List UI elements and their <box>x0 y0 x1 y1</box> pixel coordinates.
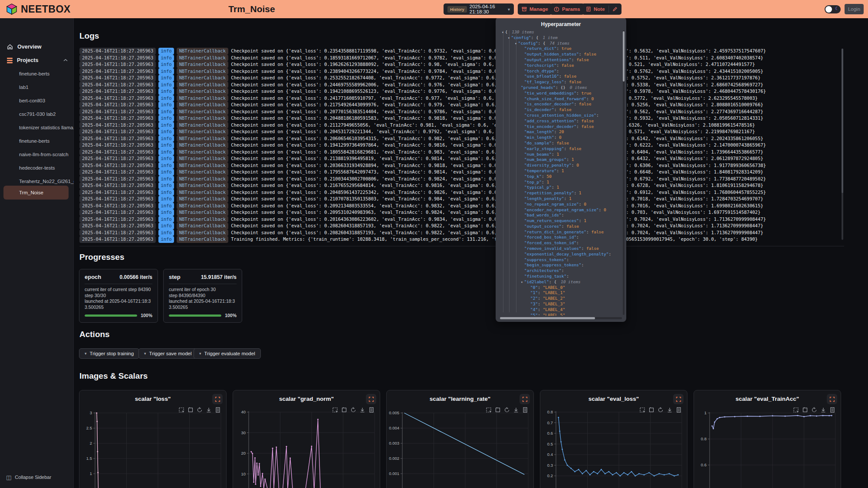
progress-detail: step 30/30 <box>85 293 152 299</box>
download-icon[interactable] <box>667 407 673 413</box>
logs-scrollbar-thumb[interactable] <box>842 49 843 193</box>
theme-toggle[interactable]: ☾ <box>825 5 841 13</box>
restore-icon[interactable] <box>504 407 510 413</box>
restore-icon[interactable] <box>197 407 203 413</box>
log-tag-badge: NBTrainerCallback <box>177 203 228 210</box>
hyperparameter-line: "torch_dtype": <box>500 69 621 74</box>
json-punctuation: : <box>576 91 581 95</box>
log-tag-badge: NBTrainerCallback <box>177 68 228 75</box>
chart-plot[interactable]: 32.521.51 <box>79 390 227 488</box>
json-item-count: 0 items <box>570 85 587 90</box>
sidebar-project-csc791-030-lab2[interactable]: csc791-030 lab2 <box>0 108 74 120</box>
json-value: 0 <box>591 96 594 101</box>
expand-chart-button[interactable] <box>673 394 684 404</box>
params-button[interactable]: Params <box>550 3 584 15</box>
box-select-icon[interactable] <box>187 407 194 413</box>
json-punctuation: : <box>538 296 542 301</box>
data-view-icon[interactable] <box>676 407 682 413</box>
sidebar-project-trm-noise[interactable]: Trm_Noise <box>3 186 69 200</box>
json-key: "length_penalty" <box>524 196 564 201</box>
fullscreen-icon <box>829 396 835 402</box>
restore-icon[interactable] <box>811 407 817 413</box>
trigger-evaluate-model-button[interactable]: ▾ Trigger evaluate model <box>194 348 261 359</box>
download-icon[interactable] <box>820 407 826 413</box>
expand-chart-button[interactable] <box>366 394 376 404</box>
data-zoom-icon[interactable] <box>639 407 645 413</box>
scalar-chart-card-4: 10.80.6scalar "eval_TrainAcc" <box>694 390 841 488</box>
json-punctuation: : <box>564 79 569 84</box>
app-logo[interactable]: NEETBOX <box>6 3 71 15</box>
data-zoom-icon[interactable] <box>793 407 799 413</box>
log-tag-badge: NBTrainerCallback <box>177 115 228 122</box>
download-icon[interactable] <box>359 407 365 413</box>
json-key: "do_sample" <box>524 141 552 145</box>
login-button[interactable]: Login <box>845 4 864 14</box>
expand-chart-button[interactable] <box>212 394 223 404</box>
popup-horizontal-scrollbar[interactable] <box>500 317 622 319</box>
box-select-icon[interactable] <box>802 407 808 413</box>
caret-down-icon[interactable]: ▾ <box>521 280 523 284</box>
chart-plot[interactable]: 10.80.6 <box>694 390 841 488</box>
sidebar-project-lab1[interactable]: lab1 <box>0 82 74 93</box>
logs-scrollbar[interactable] <box>842 49 843 240</box>
popup-horizontal-scrollbar-thumb[interactable] <box>500 317 595 319</box>
data-view-icon[interactable] <box>215 407 221 413</box>
chart-plot[interactable]: 0.0050.0040.0030.0020.001 <box>387 390 534 488</box>
popup-vertical-scrollbar-thumb[interactable] <box>623 31 625 82</box>
collapse-sidebar-button[interactable]: ◫ Collapse Sidebar <box>0 472 74 483</box>
divider <box>608 6 609 13</box>
hyperparameter-line[interactable]: ▾"config": { 1 item <box>500 35 621 41</box>
restore-icon[interactable] <box>658 407 664 413</box>
json-value: 0 <box>576 163 579 167</box>
log-tag-badge: NBTrainerCallback <box>177 88 228 95</box>
hyperparameter-line[interactable]: ▾{ 130 items <box>500 29 621 35</box>
data-zoom-icon[interactable] <box>178 407 184 413</box>
sidebar-project-bert-conll03[interactable]: bert-conll03 <box>0 95 74 106</box>
box-select-icon[interactable] <box>341 407 347 413</box>
data-zoom-icon[interactable] <box>486 407 492 413</box>
trigger-stop-training-button[interactable]: ▾ Trigger stop training <box>79 348 139 359</box>
expand-chart-button[interactable] <box>519 394 530 404</box>
progress-percent: 100% <box>141 313 152 318</box>
sidebar-project-hedecoder-tests[interactable]: hedecoder-tests <box>0 162 74 174</box>
trigger-save-model-button[interactable]: ▾ Trigger save model <box>138 348 197 359</box>
manage-button[interactable]: Manage <box>518 3 552 15</box>
svg-text:0.6: 0.6 <box>701 462 707 467</box>
log-timestamp-badge: 2025-04-16T21:18:27.205963 <box>79 196 156 203</box>
sidebar-project-finetune-berts[interactable]: finetune-berts <box>0 68 74 79</box>
chart-plot[interactable]: 0.80.70.60.50.40.30.2 <box>540 390 687 488</box>
sidebar-project-naive-llm-from-scratch[interactable]: naive-llm-from-scratch <box>0 149 74 160</box>
caret-down-icon[interactable]: ▾ <box>515 42 517 46</box>
pencil-icon[interactable] <box>612 7 618 12</box>
svg-text:40: 40 <box>241 409 246 414</box>
scalar-chart-card-2: 0.0050.0040.0030.0020.001scalar "learnin… <box>386 390 534 488</box>
json-punctuation: : <box>566 157 571 162</box>
data-zoom-icon[interactable] <box>332 407 338 413</box>
params-label: Params <box>562 7 580 12</box>
scalar-chart-card-3: 0.80.70.60.50.40.30.2scalar "eval_loss" <box>540 390 687 488</box>
note-label[interactable]: Note <box>594 7 605 12</box>
caret-down-icon[interactable]: ▾ <box>502 30 504 34</box>
data-view-icon[interactable] <box>368 407 375 413</box>
json-key: "add_cross_attention" <box>524 118 576 123</box>
data-view-icon[interactable] <box>829 407 835 413</box>
sidebar-project-finetune-berts[interactable]: finetune-berts <box>0 135 74 147</box>
download-icon[interactable] <box>513 407 519 413</box>
restore-icon[interactable] <box>350 407 356 413</box>
download-icon[interactable] <box>206 407 212 413</box>
caret-down-icon[interactable]: ▾ <box>508 36 510 40</box>
expand-chart-button[interactable] <box>827 394 837 404</box>
hyperparameter-line: "encoder_no_repeat_ngram_size": 0 <box>500 207 621 213</box>
json-value: false <box>582 124 594 129</box>
hyperparameter-line[interactable]: ▾"id2label": { 10 items <box>500 279 621 285</box>
chart-plot[interactable]: 40302010 <box>233 390 380 488</box>
history-dropdown[interactable]: History 2025-04-16 21:18:30 ▾ <box>444 3 514 15</box>
sidebar-item-projects[interactable]: Projects <box>0 54 74 66</box>
log-level-badge: info <box>158 169 174 176</box>
data-view-icon[interactable] <box>522 407 528 413</box>
sidebar-project-tokenizer-statistics-llama-[interactable]: tokenizer statistics llama... <box>0 122 74 133</box>
box-select-icon[interactable] <box>495 407 501 413</box>
box-select-icon[interactable] <box>648 407 654 413</box>
sidebar-item-overview[interactable]: Overview <box>0 41 74 53</box>
hyperparameter-line[interactable]: ▾"config": { 74 items <box>500 41 621 46</box>
